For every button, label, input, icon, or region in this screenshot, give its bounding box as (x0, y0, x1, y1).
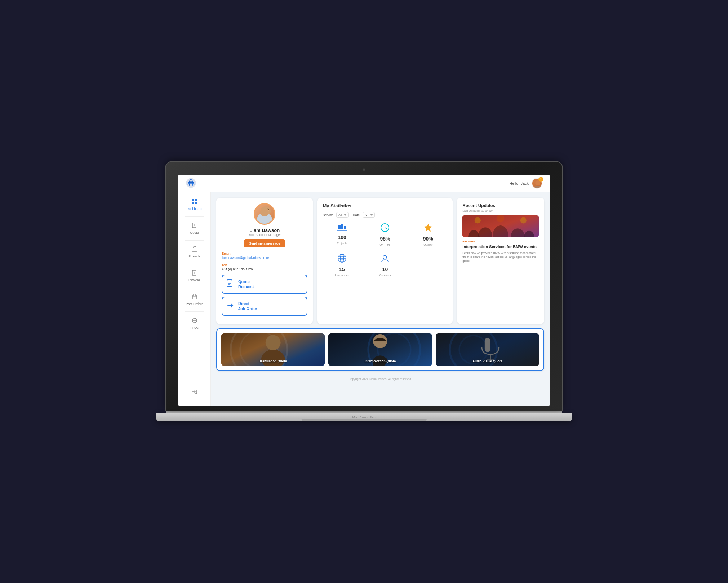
sidebar-invoices-label: Invoices (188, 278, 200, 282)
audio-visual-tile-bg: Audio Visual Quote (436, 333, 539, 366)
service-select[interactable]: All (336, 212, 349, 218)
sidebar-item-faqs[interactable]: FAQs (181, 315, 208, 332)
projects-stat-icon (337, 223, 347, 233)
svg-point-20 (193, 320, 194, 321)
svg-point-22 (195, 320, 196, 321)
sidebar-item-invoices[interactable]: Invoices (181, 267, 208, 285)
svg-point-48 (520, 217, 527, 223)
quality-stat-icon (423, 223, 433, 234)
svg-point-47 (497, 215, 505, 222)
tel-label: Tel: (222, 263, 307, 267)
svg-point-25 (258, 216, 273, 225)
ontime-label: On Time (379, 243, 390, 246)
stats-grid: 100 Projects (323, 223, 447, 277)
service-label: Service: (323, 213, 334, 217)
service-filter: Service: All (323, 212, 349, 218)
app-container: Hello, Jack 1 (178, 175, 550, 407)
quote-request-button[interactable]: QuoteRequest (222, 275, 307, 294)
date-filter: Date: All (353, 212, 375, 218)
translation-quote-tile[interactable]: Translation Quote (221, 333, 325, 366)
updates-description: Learn how we provided BMW with a solutio… (462, 251, 539, 263)
laptop-base: MacBook Pro (156, 413, 572, 421)
sidebar-divider-2 (185, 240, 204, 241)
date-select[interactable]: All (363, 212, 375, 218)
sidebar: Dashboard (178, 192, 211, 407)
interpretation-tile-label: Interpretation Quote (365, 359, 396, 363)
past-orders-icon (192, 294, 197, 301)
app-header: Hello, Jack 1 (178, 175, 550, 192)
sidebar-quote-label: Quote (190, 231, 199, 234)
manager-title: Your Account Manager (248, 233, 281, 237)
laptop-brand: MacBook Pro (352, 416, 376, 419)
manager-avatar (254, 203, 275, 225)
contacts-value: 10 (382, 266, 388, 272)
interpretation-tile-overlay: Interpretation Quote (328, 333, 432, 366)
email-value[interactable]: liam.dawson@globalvoices.co.uk (222, 256, 307, 260)
svg-rect-27 (227, 280, 232, 286)
quote-icon (192, 223, 197, 230)
stat-projects: 100 Projects (323, 223, 361, 246)
sidebar-divider-5 (185, 311, 204, 312)
quote-tiles-section: Translation Quote (216, 328, 544, 371)
svg-marker-35 (424, 224, 432, 232)
sidebar-projects-label: Projects (188, 255, 200, 258)
projects-label: Projects (337, 242, 347, 245)
app-body: Dashboard (178, 192, 550, 407)
laptop-frame: Hello, Jack 1 (166, 162, 562, 422)
send-message-button[interactable]: Send me a message (244, 239, 285, 247)
dashboard-icon (192, 199, 197, 206)
faqs-icon (192, 318, 197, 325)
svg-point-26 (262, 208, 269, 215)
stat-ontime: 95% On Time (366, 223, 404, 246)
account-manager-card: Liam Dawson Your Account Manager Send me… (216, 198, 313, 324)
svg-point-39 (383, 255, 387, 259)
sidebar-item-logout[interactable] (181, 386, 208, 399)
svg-rect-40 (462, 215, 539, 237)
updates-category: Industrial (462, 240, 539, 243)
stat-contacts: 10 Contacts (366, 254, 404, 277)
quality-value: 90% (423, 236, 433, 242)
main-content: Liam Dawson Your Account Manager Send me… (211, 192, 550, 407)
languages-value: 15 (339, 266, 345, 272)
content-grid: Liam Dawson Your Account Manager Send me… (216, 198, 544, 324)
svg-rect-5 (192, 202, 194, 204)
stats-filters: Service: All Date: All (323, 212, 447, 218)
logo-icon (186, 178, 196, 188)
projects-value: 100 (338, 234, 346, 240)
svg-point-45 (524, 230, 535, 237)
svg-point-42 (479, 227, 492, 237)
notification-badge[interactable]: 1 (538, 177, 543, 182)
sidebar-past-orders-label: Past Orders (186, 302, 203, 306)
sidebar-item-quote[interactable]: Quote (181, 220, 208, 237)
updates-article-title[interactable]: Interpretation Services for BMW events (462, 244, 539, 249)
app-footer: Copyright 2024 Global Voices. All rights… (216, 375, 544, 383)
sidebar-faqs-label: FAQs (190, 326, 199, 329)
stat-languages: 15 Languages (323, 254, 361, 277)
svg-rect-3 (192, 199, 194, 201)
sidebar-item-past-orders[interactable]: Past Orders (181, 291, 208, 309)
stats-title: My Statistics (323, 203, 447, 208)
audio-visual-tile-overlay: Audio Visual Quote (436, 333, 539, 366)
logout-icon (192, 389, 197, 396)
projects-icon (192, 246, 197, 254)
svg-point-46 (475, 217, 481, 223)
sidebar-item-label: Dashboard (186, 207, 202, 211)
direct-job-order-button[interactable]: DirectJob Order (222, 297, 307, 316)
svg-rect-11 (192, 248, 197, 251)
sidebar-divider-1 (185, 216, 204, 217)
languages-stat-icon (337, 254, 347, 265)
greeting-text: Hello, Jack (509, 181, 529, 185)
tel-value: +44 (0) 845 130 1170 (222, 268, 307, 271)
translation-tile-label: Translation Quote (259, 359, 287, 363)
screen-bezel: Hello, Jack 1 (166, 162, 562, 411)
interpretation-quote-tile[interactable]: Interpretation Quote (328, 333, 432, 366)
svg-rect-4 (195, 199, 197, 201)
svg-rect-2 (534, 186, 541, 189)
audio-visual-quote-tile[interactable]: Audio Visual Quote (436, 333, 539, 366)
laptop-hinge (166, 411, 562, 413)
sidebar-item-dashboard[interactable]: Dashboard (181, 196, 208, 214)
footer-text: Copyright 2024 Global Voices. All rights… (349, 377, 412, 381)
sidebar-divider-4 (185, 288, 204, 288)
sidebar-item-projects[interactable]: Projects (181, 243, 208, 261)
direct-job-label: DirectJob Order (238, 301, 257, 311)
